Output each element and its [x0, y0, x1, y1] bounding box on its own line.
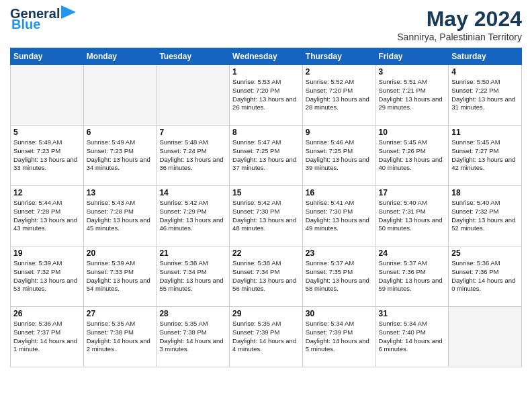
day-number: 4	[451, 67, 519, 77]
day-of-week-sunday: Sunday	[11, 48, 84, 65]
day-number: 19	[13, 248, 81, 258]
calendar-cell	[449, 307, 522, 367]
cell-sun-info: Sunrise: 5:53 AMSunset: 7:20 PMDaylight:…	[232, 78, 300, 112]
calendar-cell: 27Sunrise: 5:35 AMSunset: 7:38 PMDayligh…	[83, 307, 157, 367]
day-number: 29	[232, 309, 300, 318]
calendar-cell: 18Sunrise: 5:40 AMSunset: 7:32 PMDayligh…	[449, 186, 522, 246]
day-number: 22	[232, 248, 300, 258]
calendar-cell: 15Sunrise: 5:42 AMSunset: 7:30 PMDayligh…	[230, 186, 303, 246]
calendar-cell: 20Sunrise: 5:39 AMSunset: 7:33 PMDayligh…	[83, 246, 157, 307]
calendar-week-row: 26Sunrise: 5:36 AMSunset: 7:37 PMDayligh…	[11, 307, 522, 367]
day-number: 26	[13, 309, 81, 318]
logo-blue-text: Blue	[11, 17, 40, 32]
cell-sun-info: Sunrise: 5:48 AMSunset: 7:24 PMDaylight:…	[159, 138, 226, 173]
day-number: 6	[87, 128, 154, 137]
calendar-cell: 3Sunrise: 5:51 AMSunset: 7:21 PMDaylight…	[375, 65, 449, 126]
day-number: 8	[232, 128, 300, 137]
calendar-table: SundayMondayTuesdayWednesdayThursdayFrid…	[10, 48, 522, 367]
cell-sun-info: Sunrise: 5:42 AMSunset: 7:29 PMDaylight:…	[159, 199, 226, 233]
location-subtitle: Sannirya, Palestinian Territory	[397, 32, 522, 42]
cell-sun-info: Sunrise: 5:39 AMSunset: 7:32 PMDaylight:…	[13, 259, 81, 293]
calendar-week-row: 12Sunrise: 5:44 AMSunset: 7:28 PMDayligh…	[11, 186, 522, 246]
cell-sun-info: Sunrise: 5:45 AMSunset: 7:26 PMDaylight:…	[379, 138, 446, 173]
cell-sun-info: Sunrise: 5:49 AMSunset: 7:23 PMDaylight:…	[87, 138, 154, 173]
logo: General Blue	[10, 7, 76, 32]
day-number: 13	[87, 188, 154, 197]
calendar-cell: 23Sunrise: 5:37 AMSunset: 7:35 PMDayligh…	[302, 246, 375, 307]
calendar-cell	[11, 65, 84, 126]
calendar-cell: 31Sunrise: 5:34 AMSunset: 7:40 PMDayligh…	[375, 307, 449, 367]
page-header: General Blue May 2024 Sannirya, Palestin…	[10, 7, 522, 42]
day-number: 30	[306, 309, 373, 318]
calendar-cell: 9Sunrise: 5:46 AMSunset: 7:25 PMDaylight…	[302, 126, 375, 186]
day-number: 27	[87, 309, 154, 318]
day-number: 2	[306, 67, 373, 77]
calendar-cell: 19Sunrise: 5:39 AMSunset: 7:32 PMDayligh…	[11, 246, 84, 307]
calendar-cell	[157, 65, 230, 126]
cell-sun-info: Sunrise: 5:34 AMSunset: 7:40 PMDaylight:…	[379, 320, 446, 354]
calendar-cell: 16Sunrise: 5:41 AMSunset: 7:30 PMDayligh…	[302, 186, 375, 246]
calendar-cell: 29Sunrise: 5:35 AMSunset: 7:39 PMDayligh…	[230, 307, 303, 367]
svg-marker-0	[61, 5, 76, 19]
day-of-week-saturday: Saturday	[449, 48, 522, 65]
calendar-cell: 6Sunrise: 5:49 AMSunset: 7:23 PMDaylight…	[83, 126, 157, 186]
calendar-cell: 7Sunrise: 5:48 AMSunset: 7:24 PMDaylight…	[157, 126, 230, 186]
cell-sun-info: Sunrise: 5:35 AMSunset: 7:38 PMDaylight:…	[87, 320, 154, 354]
day-of-week-friday: Friday	[375, 48, 449, 65]
title-block: May 2024 Sannirya, Palestinian Territory	[397, 7, 522, 42]
calendar-cell: 2Sunrise: 5:52 AMSunset: 7:20 PMDaylight…	[302, 65, 375, 126]
logo-icon	[61, 5, 76, 19]
day-number: 5	[13, 128, 81, 137]
day-of-week-tuesday: Tuesday	[157, 48, 230, 65]
calendar-week-row: 19Sunrise: 5:39 AMSunset: 7:32 PMDayligh…	[11, 246, 522, 307]
cell-sun-info: Sunrise: 5:39 AMSunset: 7:33 PMDaylight:…	[87, 259, 154, 293]
cell-sun-info: Sunrise: 5:49 AMSunset: 7:23 PMDaylight:…	[13, 138, 81, 173]
day-of-week-wednesday: Wednesday	[230, 48, 303, 65]
day-number: 25	[451, 248, 519, 258]
cell-sun-info: Sunrise: 5:52 AMSunset: 7:20 PMDaylight:…	[306, 78, 373, 112]
day-number: 7	[159, 128, 226, 137]
cell-sun-info: Sunrise: 5:50 AMSunset: 7:22 PMDaylight:…	[451, 78, 519, 112]
day-number: 16	[306, 188, 373, 197]
day-number: 23	[306, 248, 373, 258]
calendar-cell	[83, 65, 157, 126]
calendar-cell: 24Sunrise: 5:37 AMSunset: 7:36 PMDayligh…	[375, 246, 449, 307]
day-number: 12	[13, 188, 81, 197]
calendar-cell: 13Sunrise: 5:43 AMSunset: 7:28 PMDayligh…	[83, 186, 157, 246]
calendar-week-row: 5Sunrise: 5:49 AMSunset: 7:23 PMDaylight…	[11, 126, 522, 186]
cell-sun-info: Sunrise: 5:38 AMSunset: 7:34 PMDaylight:…	[232, 259, 300, 293]
cell-sun-info: Sunrise: 5:37 AMSunset: 7:35 PMDaylight:…	[306, 259, 373, 293]
calendar-header-row: SundayMondayTuesdayWednesdayThursdayFrid…	[11, 48, 522, 65]
calendar-cell: 14Sunrise: 5:42 AMSunset: 7:29 PMDayligh…	[157, 186, 230, 246]
day-number: 21	[159, 248, 226, 258]
calendar-cell: 12Sunrise: 5:44 AMSunset: 7:28 PMDayligh…	[11, 186, 84, 246]
cell-sun-info: Sunrise: 5:42 AMSunset: 7:30 PMDaylight:…	[232, 199, 300, 233]
day-number: 17	[379, 188, 446, 197]
calendar-cell: 26Sunrise: 5:36 AMSunset: 7:37 PMDayligh…	[11, 307, 84, 367]
cell-sun-info: Sunrise: 5:45 AMSunset: 7:27 PMDaylight:…	[451, 138, 519, 173]
day-number: 11	[451, 128, 519, 137]
cell-sun-info: Sunrise: 5:44 AMSunset: 7:28 PMDaylight:…	[13, 199, 81, 233]
cell-sun-info: Sunrise: 5:37 AMSunset: 7:36 PMDaylight:…	[379, 259, 446, 293]
day-number: 1	[232, 67, 300, 77]
calendar-cell: 25Sunrise: 5:36 AMSunset: 7:36 PMDayligh…	[449, 246, 522, 307]
calendar-cell: 1Sunrise: 5:53 AMSunset: 7:20 PMDaylight…	[230, 65, 303, 126]
cell-sun-info: Sunrise: 5:51 AMSunset: 7:21 PMDaylight:…	[379, 78, 446, 112]
day-number: 15	[232, 188, 300, 197]
cell-sun-info: Sunrise: 5:38 AMSunset: 7:34 PMDaylight:…	[159, 259, 226, 293]
cell-sun-info: Sunrise: 5:36 AMSunset: 7:37 PMDaylight:…	[13, 320, 81, 354]
cell-sun-info: Sunrise: 5:35 AMSunset: 7:39 PMDaylight:…	[232, 320, 300, 354]
cell-sun-info: Sunrise: 5:43 AMSunset: 7:28 PMDaylight:…	[87, 199, 154, 233]
calendar-cell: 11Sunrise: 5:45 AMSunset: 7:27 PMDayligh…	[449, 126, 522, 186]
day-of-week-monday: Monday	[83, 48, 157, 65]
calendar-cell: 17Sunrise: 5:40 AMSunset: 7:31 PMDayligh…	[375, 186, 449, 246]
day-of-week-thursday: Thursday	[302, 48, 375, 65]
calendar-cell: 28Sunrise: 5:35 AMSunset: 7:38 PMDayligh…	[157, 307, 230, 367]
day-number: 9	[306, 128, 373, 137]
day-number: 3	[379, 67, 446, 77]
cell-sun-info: Sunrise: 5:46 AMSunset: 7:25 PMDaylight:…	[306, 138, 373, 173]
cell-sun-info: Sunrise: 5:40 AMSunset: 7:31 PMDaylight:…	[379, 199, 446, 233]
calendar-week-row: 1Sunrise: 5:53 AMSunset: 7:20 PMDaylight…	[11, 65, 522, 126]
calendar-cell: 30Sunrise: 5:34 AMSunset: 7:39 PMDayligh…	[302, 307, 375, 367]
calendar-cell: 22Sunrise: 5:38 AMSunset: 7:34 PMDayligh…	[230, 246, 303, 307]
